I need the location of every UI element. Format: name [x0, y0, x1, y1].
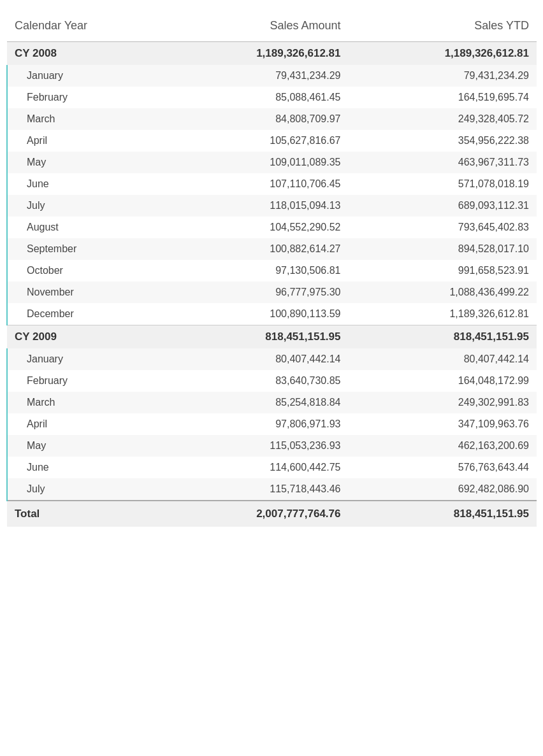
cell-ytd: 1,189,326,612.81 — [349, 42, 537, 66]
cell-ytd: 354,956,222.38 — [349, 130, 537, 152]
month-row: March84,808,709.97249,328,405.72 — [7, 108, 537, 130]
cell-sales: 109,011,089.35 — [160, 152, 349, 173]
year-row: CY 20081,189,326,612.811,189,326,612.81 — [7, 42, 537, 66]
cell-sales: 100,890,113.59 — [160, 303, 349, 325]
month-row: June107,110,706.45571,078,018.19 — [7, 173, 537, 195]
cell-label: May — [7, 435, 160, 457]
cell-ytd: 1,189,326,612.81 — [349, 303, 537, 325]
month-row: April105,627,816.67354,956,222.38 — [7, 130, 537, 152]
cell-sales: 83,640,730.85 — [160, 370, 349, 392]
cell-ytd: 249,302,991.83 — [349, 392, 537, 413]
cell-ytd: 689,093,112.31 — [349, 195, 537, 217]
cell-sales: 118,015,094.13 — [160, 195, 349, 217]
cell-label: July — [7, 195, 160, 217]
cell-label: CY 2009 — [7, 325, 160, 349]
cell-ytd: 462,163,200.69 — [349, 435, 537, 457]
month-row: January79,431,234.2979,431,234.29 — [7, 65, 537, 87]
cell-label: December — [7, 303, 160, 325]
col-calendar-year: Calendar Year — [7, 13, 160, 42]
cell-ytd: 347,109,963.76 — [349, 413, 537, 435]
cell-sales: 80,407,442.14 — [160, 348, 349, 370]
cell-label: CY 2008 — [7, 42, 160, 66]
cell-label: April — [7, 413, 160, 435]
cell-sales: 818,451,151.95 — [160, 325, 349, 349]
cell-ytd: 692,482,086.90 — [349, 478, 537, 501]
cell-sales: 84,808,709.97 — [160, 108, 349, 130]
cell-label: April — [7, 130, 160, 152]
cell-sales: 115,053,236.93 — [160, 435, 349, 457]
month-row: February83,640,730.85164,048,172.99 — [7, 370, 537, 392]
cell-sales: 85,088,461.45 — [160, 87, 349, 108]
cell-ytd: 1,088,436,499.22 — [349, 282, 537, 303]
total-row: Total2,007,777,764.76818,451,151.95 — [7, 501, 537, 527]
cell-ytd: 818,451,151.95 — [349, 501, 537, 527]
cell-ytd: 571,078,018.19 — [349, 173, 537, 195]
cell-sales: 114,600,442.75 — [160, 457, 349, 478]
col-sales-ytd: Sales YTD — [349, 13, 537, 42]
month-row: May109,011,089.35463,967,311.73 — [7, 152, 537, 173]
header-row: Calendar Year Sales Amount Sales YTD — [7, 13, 537, 42]
cell-label: February — [7, 87, 160, 108]
cell-ytd: 991,658,523.91 — [349, 260, 537, 282]
cell-sales: 2,007,777,764.76 — [160, 501, 349, 527]
cell-label: September — [7, 238, 160, 260]
cell-sales: 96,777,975.30 — [160, 282, 349, 303]
main-table-container: Calendar Year Sales Amount Sales YTD CY … — [0, 0, 543, 539]
cell-label: July — [7, 478, 160, 501]
cell-ytd: 894,528,017.10 — [349, 238, 537, 260]
month-row: August104,552,290.52793,645,402.83 — [7, 217, 537, 238]
year-row: CY 2009818,451,151.95818,451,151.95 — [7, 325, 537, 349]
cell-sales: 107,110,706.45 — [160, 173, 349, 195]
cell-ytd: 80,407,442.14 — [349, 348, 537, 370]
month-row: July115,718,443.46692,482,086.90 — [7, 478, 537, 501]
cell-sales: 115,718,443.46 — [160, 478, 349, 501]
cell-sales: 79,431,234.29 — [160, 65, 349, 87]
month-row: December100,890,113.591,189,326,612.81 — [7, 303, 537, 325]
cell-ytd: 164,048,172.99 — [349, 370, 537, 392]
month-row: January80,407,442.1480,407,442.14 — [7, 348, 537, 370]
month-row: April97,806,971.93347,109,963.76 — [7, 413, 537, 435]
cell-sales: 104,552,290.52 — [160, 217, 349, 238]
col-sales-amount: Sales Amount — [160, 13, 349, 42]
cell-ytd: 576,763,643.44 — [349, 457, 537, 478]
month-row: June114,600,442.75576,763,643.44 — [7, 457, 537, 478]
cell-ytd: 793,645,402.83 — [349, 217, 537, 238]
cell-label: March — [7, 392, 160, 413]
cell-label: Total — [7, 501, 160, 527]
cell-label: June — [7, 173, 160, 195]
sales-table: Calendar Year Sales Amount Sales YTD CY … — [6, 13, 537, 527]
month-row: September100,882,614.27894,528,017.10 — [7, 238, 537, 260]
cell-label: May — [7, 152, 160, 173]
month-row: November96,777,975.301,088,436,499.22 — [7, 282, 537, 303]
cell-label: June — [7, 457, 160, 478]
cell-ytd: 463,967,311.73 — [349, 152, 537, 173]
cell-label: January — [7, 65, 160, 87]
month-row: October97,130,506.81991,658,523.91 — [7, 260, 537, 282]
cell-ytd: 818,451,151.95 — [349, 325, 537, 349]
cell-sales: 100,882,614.27 — [160, 238, 349, 260]
cell-label: January — [7, 348, 160, 370]
cell-label: February — [7, 370, 160, 392]
cell-label: March — [7, 108, 160, 130]
cell-sales: 97,806,971.93 — [160, 413, 349, 435]
cell-ytd: 79,431,234.29 — [349, 65, 537, 87]
cell-ytd: 249,328,405.72 — [349, 108, 537, 130]
cell-label: October — [7, 260, 160, 282]
cell-label: August — [7, 217, 160, 238]
cell-label: November — [7, 282, 160, 303]
cell-sales: 1,189,326,612.81 — [160, 42, 349, 66]
month-row: February85,088,461.45164,519,695.74 — [7, 87, 537, 108]
cell-sales: 85,254,818.84 — [160, 392, 349, 413]
cell-ytd: 164,519,695.74 — [349, 87, 537, 108]
cell-sales: 105,627,816.67 — [160, 130, 349, 152]
month-row: March85,254,818.84249,302,991.83 — [7, 392, 537, 413]
month-row: July118,015,094.13689,093,112.31 — [7, 195, 537, 217]
month-row: May115,053,236.93462,163,200.69 — [7, 435, 537, 457]
cell-sales: 97,130,506.81 — [160, 260, 349, 282]
